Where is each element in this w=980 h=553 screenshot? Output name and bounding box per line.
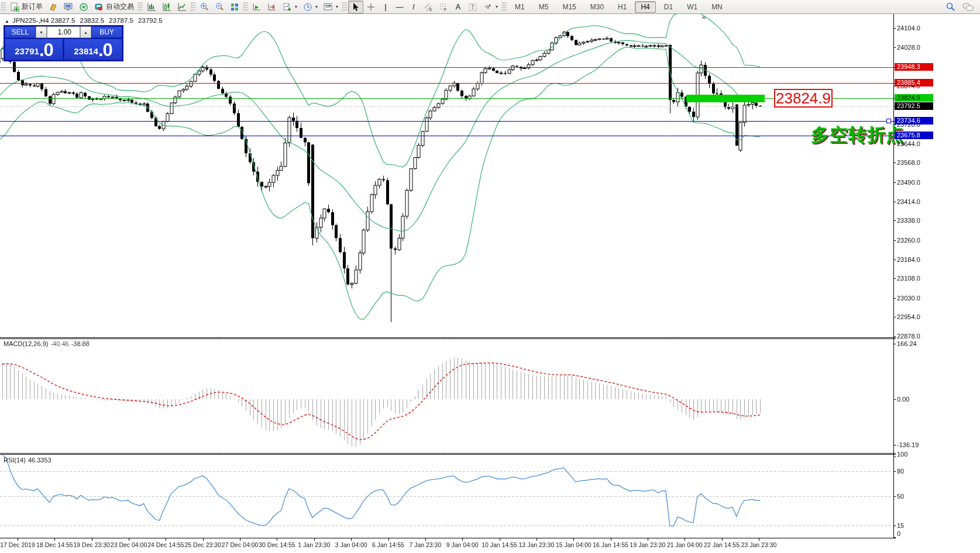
bar-chart-mode-button[interactable] [144, 1, 159, 13]
timeframe-M5[interactable]: M5 [533, 1, 555, 13]
dropdown-caret-icon: ▾ [295, 4, 297, 9]
buy-button[interactable]: BUY [91, 26, 122, 38]
chart-shift-button[interactable] [264, 1, 280, 13]
tile-windows-icon [230, 2, 239, 12]
autotrading-icon [94, 2, 104, 12]
period-presets-button[interactable]: ▾ [300, 1, 321, 13]
trading-terminal-window: 新订单 自动交易 [0, 0, 980, 553]
price-level-label[interactable]: 23885.4 [895, 79, 933, 87]
tile-windows-button[interactable] [227, 1, 242, 13]
horizontal-line-icon: — [396, 2, 404, 12]
price-level-label[interactable]: 23948.3 [895, 63, 933, 71]
candlestick-mode-button[interactable] [159, 1, 174, 13]
sell-price-frac: .0 [39, 41, 53, 59]
crosshair-icon [366, 2, 376, 12]
equidistant-channel-icon: E [424, 2, 433, 12]
toolbar-grip [138, 2, 143, 12]
cursor-icon [351, 2, 360, 12]
timeframe-M15[interactable]: M15 [556, 1, 582, 13]
timeframe-H1[interactable]: H1 [612, 1, 632, 13]
timeframe-W1[interactable]: W1 [681, 1, 703, 13]
sell-price-int: 23791 [15, 44, 39, 59]
price-level-label[interactable]: 23824.9 [895, 94, 933, 102]
volume-input[interactable]: 1.00 [47, 26, 80, 38]
svg-text:E: E [429, 8, 432, 12]
line-chart-mode-button[interactable] [174, 1, 190, 13]
indicators-icon [324, 2, 333, 12]
buy-price-frac: .0 [98, 41, 112, 59]
search-icon[interactable] [945, 2, 955, 12]
clock-icon [303, 2, 312, 12]
zoom-out-button[interactable] [212, 1, 227, 13]
timeframe-M30[interactable]: M30 [584, 1, 610, 13]
price-level-label[interactable]: 23734.6 [895, 117, 933, 125]
auto-scroll-icon [252, 2, 262, 12]
dropdown-caret-icon: ▾ [336, 4, 338, 9]
crosshair-tool-button[interactable] [363, 1, 379, 13]
hline-selection-handle[interactable] [886, 119, 891, 123]
cursor-tool-button[interactable] [348, 1, 363, 13]
autotrading-button[interactable]: 自动交易 [91, 1, 137, 13]
price-chart-canvas[interactable] [0, 0, 980, 553]
line-chart-icon [177, 2, 187, 12]
volume-decrease-button[interactable]: ▼ [36, 26, 47, 38]
chart-shift-icon [267, 2, 277, 12]
price-tag-label[interactable]: 23824.9 [774, 89, 833, 108]
new-order-label: 新订单 [22, 2, 43, 12]
autotrading-label: 自动交易 [106, 2, 134, 12]
highlight-rectangle-object[interactable] [686, 95, 765, 102]
text-label-tool-button[interactable]: T [465, 1, 480, 13]
price-level-label[interactable]: 23792.5 [895, 102, 933, 110]
chat-icon[interactable] [962, 2, 974, 12]
terminal-button[interactable] [61, 1, 76, 13]
new-order-icon [10, 2, 19, 12]
auto-scroll-button[interactable] [249, 1, 264, 13]
vertical-line-tool-button[interactable]: | [379, 1, 393, 13]
buy-price-int: 23814 [74, 44, 98, 59]
timeframe-M1[interactable]: M1 [509, 1, 531, 13]
bar-chart-icon [147, 2, 156, 12]
trendline-tool-button[interactable]: / [407, 1, 421, 13]
market-watch-icon [49, 2, 58, 12]
fibonacci-tool-button[interactable]: F [436, 1, 451, 13]
sell-button[interactable]: SELL [5, 26, 36, 38]
indicators-button[interactable]: ▾ [321, 1, 341, 13]
fibonacci-icon: F [439, 2, 448, 12]
dropdown-caret-icon: ▾ [315, 4, 318, 9]
channel-tool-button[interactable]: E [421, 1, 436, 13]
zoom-in-icon [200, 2, 209, 12]
arrows-tool-button[interactable]: ▾ [480, 1, 501, 13]
chart-shift-marker[interactable] [702, 15, 706, 19]
sell-price-button[interactable]: 23791.0 [5, 39, 63, 60]
toolbar-grip [1, 2, 6, 12]
news-signal-button[interactable] [76, 1, 91, 13]
market-watch-button[interactable] [46, 1, 61, 13]
timeframe-group: M1M5M15M30H1H4D1W1MN [508, 3, 730, 11]
svg-text:F: F [444, 8, 446, 12]
trendline-icon: / [410, 2, 418, 12]
text-tool-icon: A [454, 2, 462, 12]
zoom-in-button[interactable] [197, 1, 212, 13]
new-order-button[interactable]: 新订单 [7, 1, 46, 13]
horizontal-line-tool-button[interactable]: — [393, 1, 407, 13]
one-click-trading-panel: SELL ▼ 1.00 ▲ BUY 23791.0 23814.0 [4, 26, 123, 61]
zoom-out-icon [215, 2, 224, 12]
new-chart-button[interactable]: ▾ [280, 1, 300, 13]
collapse-icon[interactable]: ▲ [5, 19, 9, 24]
timeframe-H4[interactable]: H4 [635, 1, 655, 13]
main-toolbar: 新订单 自动交易 [0, 0, 980, 14]
toolbar-right-group [945, 2, 974, 12]
new-chart-icon [283, 2, 292, 12]
timeframe-D1[interactable]: D1 [658, 1, 679, 13]
timeframe-MN[interactable]: MN [706, 1, 728, 13]
buy-price-button[interactable]: 23814.0 [64, 39, 122, 60]
volume-increase-button[interactable]: ▲ [80, 26, 91, 38]
toolbar-grip [502, 2, 507, 12]
signal-icon [79, 2, 88, 12]
price-level-label[interactable]: 23675.8 [895, 132, 933, 139]
toolbar-grip [243, 2, 248, 12]
chinese-annotation[interactable]: 多空转折点 [811, 123, 905, 147]
vertical-line-icon: | [381, 2, 390, 12]
text-tool-button[interactable]: A [451, 1, 465, 13]
dropdown-caret-icon: ▾ [496, 4, 498, 9]
